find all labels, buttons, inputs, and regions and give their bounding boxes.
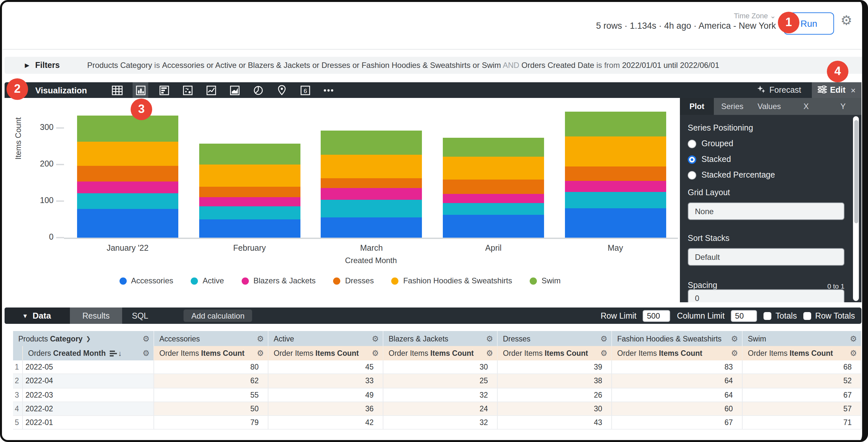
series-positioning-option[interactable]: Grouped xyxy=(688,139,844,148)
measure-cell[interactable]: 50 xyxy=(154,402,269,416)
column-gear-icon[interactable]: ⚙ xyxy=(731,349,738,357)
scatter-icon[interactable] xyxy=(180,82,195,98)
bar-segment[interactable] xyxy=(77,141,178,166)
measure-header[interactable]: Order Items Items Count⚙ xyxy=(612,346,743,360)
column-gear-icon[interactable]: ⚙ xyxy=(143,335,150,342)
column-limit-input[interactable]: 50 xyxy=(731,310,757,321)
measure-cell[interactable]: 36 xyxy=(269,402,383,416)
measure-header[interactable]: Order Items Items Count⚙ xyxy=(743,346,862,360)
measure-cell[interactable]: 39 xyxy=(498,360,612,374)
dimension-cell[interactable]: 2022-05 xyxy=(23,360,154,374)
measure-cell[interactable]: 24 xyxy=(383,402,498,416)
measure-cell[interactable]: 52 xyxy=(743,374,862,388)
totals-checkbox[interactable] xyxy=(764,312,772,320)
measure-cell[interactable]: 55 xyxy=(154,388,269,402)
sort-stacks-select[interactable]: Default xyxy=(688,248,844,266)
measure-cell[interactable]: 49 xyxy=(269,388,383,402)
bar-segment[interactable] xyxy=(321,188,422,200)
close-icon[interactable]: × xyxy=(851,85,856,95)
column-gear-icon[interactable]: ⚙ xyxy=(600,349,608,357)
radio-stacked[interactable] xyxy=(688,155,696,163)
bar-segment[interactable] xyxy=(199,219,300,238)
legend-item[interactable]: Accessories xyxy=(119,276,173,285)
bar-segment[interactable] xyxy=(77,182,178,194)
bar-segment[interactable] xyxy=(321,199,422,217)
stacked-bar[interactable] xyxy=(565,112,666,238)
measure-cell[interactable]: 64 xyxy=(612,374,743,388)
radio-stacked-percentage[interactable] xyxy=(688,171,696,179)
bar-segment[interactable] xyxy=(565,112,666,136)
pivot-value-header[interactable]: Accessories⚙ xyxy=(154,331,269,346)
stacked-bar[interactable] xyxy=(77,116,178,238)
measure-header[interactable]: Order Items Items Count⚙ xyxy=(383,346,498,360)
tab-results[interactable]: Results xyxy=(70,308,122,324)
measure-cell[interactable]: 68 xyxy=(743,360,862,374)
dimension-cell[interactable]: 2022-01 xyxy=(23,416,154,430)
measure-cell[interactable]: 26 xyxy=(498,388,612,402)
map-icon[interactable] xyxy=(274,82,289,98)
stacked-bar[interactable] xyxy=(199,144,300,238)
measure-cell[interactable]: 32 xyxy=(383,416,498,430)
column-gear-icon[interactable]: ⚙ xyxy=(372,349,379,357)
bar-segment[interactable] xyxy=(199,206,300,219)
measure-cell[interactable]: 30 xyxy=(498,402,612,416)
measure-cell[interactable]: 25 xyxy=(383,374,498,388)
tab-values[interactable]: Values xyxy=(751,98,788,115)
measure-header[interactable]: Order Items Items Count⚙ xyxy=(154,346,269,360)
data-section-toggle[interactable]: ▼ Data xyxy=(5,308,70,324)
column-gear-icon[interactable]: ⚙ xyxy=(850,335,857,342)
legend-item[interactable]: Blazers & Jackets xyxy=(242,276,316,285)
column-gear-icon[interactable]: ⚙ xyxy=(143,349,150,357)
measure-cell[interactable]: 67 xyxy=(612,416,743,430)
stacked-bar[interactable] xyxy=(443,137,544,238)
measure-cell[interactable]: 33 xyxy=(269,374,383,388)
forecast-button[interactable]: Forecast xyxy=(757,85,801,95)
measure-cell[interactable]: 80 xyxy=(154,360,269,374)
grid-layout-select[interactable]: None xyxy=(688,202,844,220)
bar-segment[interactable] xyxy=(443,215,544,237)
bar-segment[interactable] xyxy=(77,209,178,237)
bar-segment[interactable] xyxy=(199,197,300,206)
measure-cell[interactable]: 83 xyxy=(612,360,743,374)
pie-chart-icon[interactable] xyxy=(250,82,266,98)
bar-segment[interactable] xyxy=(199,144,300,164)
bar-segment[interactable] xyxy=(443,203,544,215)
bar-segment[interactable] xyxy=(77,193,178,209)
legend-item[interactable]: Dresses xyxy=(334,276,374,285)
row-totals-checkbox[interactable] xyxy=(803,312,811,320)
bar-segment[interactable] xyxy=(565,181,666,192)
column-gear-icon[interactable]: ⚙ xyxy=(257,349,264,357)
measure-cell[interactable]: 79 xyxy=(154,416,269,430)
bar-segment[interactable] xyxy=(321,131,422,155)
measure-cell[interactable]: 30 xyxy=(383,360,498,374)
column-gear-icon[interactable]: ⚙ xyxy=(486,349,493,357)
dimension-column-header[interactable]: Products Category❯⚙ xyxy=(13,331,154,346)
bar-chart-icon[interactable] xyxy=(156,82,172,98)
add-calculation-button[interactable]: Add calculation xyxy=(184,310,252,322)
measure-cell[interactable]: 57 xyxy=(743,402,862,416)
dimension-cell[interactable]: 2022-03 xyxy=(23,388,154,402)
measure-cell[interactable]: 38 xyxy=(498,374,612,388)
measure-cell[interactable]: 62 xyxy=(154,374,269,388)
column-gear-icon[interactable]: ⚙ xyxy=(372,335,379,342)
bar-segment[interactable] xyxy=(199,186,300,197)
spacing-input[interactable]: 0 xyxy=(688,289,844,302)
table-icon[interactable] xyxy=(109,82,125,98)
pivot-value-header[interactable]: Swim⚙ xyxy=(743,331,862,346)
stacked-bar[interactable] xyxy=(321,131,422,238)
filters-expand-caret-icon[interactable]: ▶ xyxy=(25,62,29,68)
dimension-cell[interactable]: 2022-04 xyxy=(23,374,154,388)
pivot-value-header[interactable]: Dresses⚙ xyxy=(498,331,612,346)
time-zone-selector[interactable]: Time Zone ⌄ xyxy=(734,12,776,20)
dimension-cell[interactable]: 2022-02 xyxy=(23,402,154,416)
bar-segment[interactable] xyxy=(77,116,178,142)
single-value-icon[interactable]: 6 xyxy=(297,82,313,98)
settings-gear-icon[interactable]: ⚙ xyxy=(841,14,852,27)
bar-segment[interactable] xyxy=(199,164,300,186)
bar-segment[interactable] xyxy=(321,179,422,188)
pivot-value-header[interactable]: Blazers & Jackets⚙ xyxy=(383,331,498,346)
filters-bar[interactable]: ▶ Filters Products Category is Accessori… xyxy=(5,57,863,74)
legend-item[interactable]: Active xyxy=(191,276,224,285)
series-positioning-option[interactable]: Stacked xyxy=(688,155,844,164)
tab-x[interactable]: X xyxy=(788,98,825,115)
